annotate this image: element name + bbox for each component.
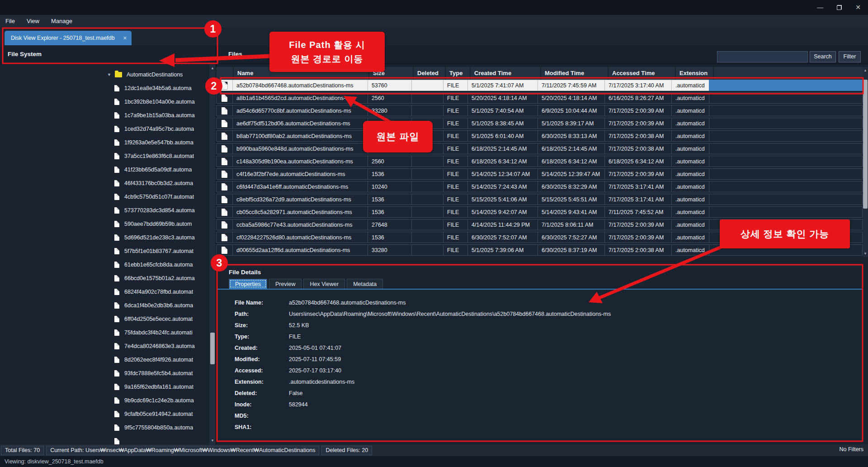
cell-extension: .automaticd: [671, 80, 709, 91]
tree-file-item[interactable]: 6824f4a902c78fbd.automat: [0, 285, 209, 299]
tree-file-label: 93fdc7888e5fc5b4.automat: [124, 370, 193, 376]
file-icon: [114, 316, 119, 322]
column-header-accessed-time[interactable]: Accessed Time: [608, 67, 675, 80]
tree-file-item[interactable]: 46f433176bc0b3d2.automa: [0, 176, 209, 190]
tree-file-item[interactable]: 9cfafb05ce914942.automat: [0, 407, 209, 421]
search-button[interactable]: Search: [810, 51, 836, 62]
menu-item-view[interactable]: View: [27, 18, 39, 24]
table-row[interactable]: a52b0784bd667468.automaticDestinations-m…: [216, 80, 863, 91]
table-scrollbar-thumb[interactable]: [863, 80, 868, 209]
property-row: Path: Users\insec\AppData\Roaming\Micros…: [235, 308, 863, 319]
file-icon: [222, 120, 227, 127]
tab-disk-view-explorer[interactable]: Disk View Explorer - 250718_test.maefdb …: [5, 31, 132, 45]
property-value: 52.5 KB: [289, 322, 309, 329]
property-value: 2025-07-17 03:17:40: [289, 367, 341, 374]
tree-scrollbar-thumb[interactable]: [210, 333, 215, 364]
details-tab-properties[interactable]: Properties: [229, 279, 267, 289]
annotation-callout-details-info: 상세 정보 확인 가능: [720, 219, 850, 248]
tree-file-item[interactable]: 1ced32d74a95c7bc.automa: [0, 122, 209, 136]
scroll-up-icon[interactable]: ▲: [863, 68, 868, 72]
column-header-created-time[interactable]: Created Time: [470, 67, 540, 80]
file-icon: [114, 397, 119, 404]
chevron-down-icon[interactable]: ▼: [107, 72, 115, 77]
menu-item-manage[interactable]: Manage: [51, 18, 72, 24]
cell-size: 33280: [368, 105, 412, 116]
file-system-header: File System: [0, 45, 216, 64]
scroll-down-icon[interactable]: ▼: [209, 438, 216, 443]
tree-file-item[interactable]: [0, 434, 209, 444]
cell-size: 2560: [368, 156, 412, 167]
table-row[interactable]: b990baa5960e848d.automaticDestinations-m…: [216, 143, 863, 154]
tree-file-item[interactable]: 5d696d521de238c3.automa: [0, 231, 209, 244]
tree-file-item[interactable]: 4cb9c5750d51c07f.automat: [0, 190, 209, 204]
table-row[interactable]: a8b1a61b4565d2cd.automaticDestinations-m…: [216, 92, 863, 104]
tree-file-item[interactable]: 9b9cdc69c1c24e2b.automa: [0, 394, 209, 407]
tree-file-item[interactable]: 7e4dca80246863e3.automa: [0, 339, 209, 353]
tree-folder-row[interactable]: ▼ AutomaticDestinations: [0, 68, 209, 81]
tree-file-item[interactable]: 1f9263a0e5e547bb.automa: [0, 136, 209, 149]
cell-type: FILE: [443, 143, 468, 154]
tree-file-label: 75fdabdc3f4b24fc.automati: [124, 329, 193, 336]
tree-file-item[interactable]: 9f5c7755804b850a.automa: [0, 421, 209, 434]
tree-file-item[interactable]: 93fdc7888e5fc5b4.automat: [0, 367, 209, 380]
tree-file-item[interactable]: 6dca1f4b0e2db3b6.automa: [0, 299, 209, 312]
tree-file-item[interactable]: 61ebb1e65cfcb8da.automa: [0, 258, 209, 272]
column-header-deleted[interactable]: Deleted: [413, 67, 445, 80]
cell-extension: .automaticd: [671, 232, 709, 243]
tree-file-item[interactable]: 590aee7bdd69b59b.autom: [0, 217, 209, 231]
tree-file-label: 9cfafb05ce914942.automat: [124, 411, 193, 417]
tree-scrollbar[interactable]: ▲ ▼: [209, 64, 216, 444]
tree-file-item[interactable]: 37a5cc19e863f6c8.automat: [0, 149, 209, 163]
restore-icon[interactable]: [837, 5, 842, 10]
tree-file-item[interactable]: 1bc392b8e104a00e.automa: [0, 95, 209, 109]
menu-item-file[interactable]: File: [5, 18, 15, 24]
tree-file-item[interactable]: 8d2062eec8f4f926.automat: [0, 353, 209, 367]
cell-accessed-time: 7/17/2025 2:00:39 AM: [604, 105, 672, 116]
tab-strip: Disk View Explorer - 250718_test.maefdb …: [0, 27, 868, 45]
tree-file-item[interactable]: 41f23bb65d5a09df.automa: [0, 163, 209, 176]
scroll-down-icon[interactable]: ▼: [863, 252, 868, 256]
filter-button[interactable]: Filter: [839, 51, 861, 62]
table-row[interactable]: ae6df75df512bd06.automaticDestinations-m…: [216, 118, 863, 129]
table-row[interactable]: cb05cc8c5a282971.automaticDestinations-m…: [216, 206, 863, 218]
scroll-up-icon[interactable]: ▲: [209, 66, 216, 70]
cell-deleted: [411, 156, 443, 167]
column-header-type[interactable]: Type: [445, 67, 470, 80]
table-scrollbar[interactable]: ▲ ▼: [863, 67, 868, 257]
tree-file-item[interactable]: 9a165f62edbfa161.automat: [0, 380, 209, 394]
folder-icon: [115, 72, 122, 77]
file-icon: [114, 180, 119, 186]
cell-extension: .automaticd: [671, 206, 709, 218]
annotation-callout-original-file: 원본 파일: [363, 121, 433, 152]
details-tab-preview[interactable]: Preview: [269, 279, 302, 289]
property-label: Size:: [235, 322, 289, 329]
cell-extension: .automaticd: [671, 156, 709, 167]
file-tree: ▼ AutomaticDestinations 12dc1ea8e34b5a6.…: [0, 64, 209, 444]
property-row: Inode: 582944: [235, 399, 863, 410]
close-icon[interactable]: ✕: [855, 0, 861, 15]
tree-file-item[interactable]: 5f7b5f1e01b83767.automat: [0, 244, 209, 258]
table-row[interactable]: ad54c6d65770c8bf.automaticDestinations-m…: [216, 105, 863, 116]
table-row[interactable]: c148a305d9b190ea.automaticDestinations-m…: [216, 156, 863, 167]
minimize-icon[interactable]: —: [817, 0, 823, 15]
table-row[interactable]: b8ab77100df80ab2.automaticDestinations-m…: [216, 130, 863, 142]
column-header-extension[interactable]: Extension: [675, 67, 713, 80]
file-icon: [114, 411, 119, 417]
tab-close-icon[interactable]: ✕: [123, 35, 127, 41]
tree-file-item[interactable]: 1c7a9be1b15a03ba.automa: [0, 109, 209, 122]
details-tab-hex-viewer[interactable]: Hex Viewer: [303, 279, 345, 289]
table-row[interactable]: c6fd447d3a41e6ff.automaticDestinations-m…: [216, 181, 863, 192]
table-row[interactable]: c4f16e3f2bf7ede.automaticDestinations-ms…: [216, 168, 863, 180]
search-input[interactable]: [717, 51, 808, 62]
tree-file-item[interactable]: 66bcd0e1575b01a2.automa: [0, 272, 209, 285]
tree-file-item[interactable]: 12dc1ea8e34b5a6.automa: [0, 81, 209, 95]
table-row[interactable]: c8ebf5cd326a72d9.automaticDestinations-m…: [216, 194, 863, 205]
tree-file-item[interactable]: 75fdabdc3f4b24fc.automati: [0, 326, 209, 339]
tree-file-label: 9b9cdc69c1c24e2b.automa: [124, 397, 194, 404]
column-header-modified-time[interactable]: Modified Time: [540, 67, 608, 80]
property-label: Accessed:: [235, 367, 289, 374]
cell-icon: [216, 181, 233, 192]
tree-file-item[interactable]: 6ff04d2505e5ecec.automat: [0, 312, 209, 326]
details-tab-metadata[interactable]: Metadata: [347, 279, 383, 289]
tree-file-item[interactable]: 573770283dc3d854.automa: [0, 204, 209, 217]
